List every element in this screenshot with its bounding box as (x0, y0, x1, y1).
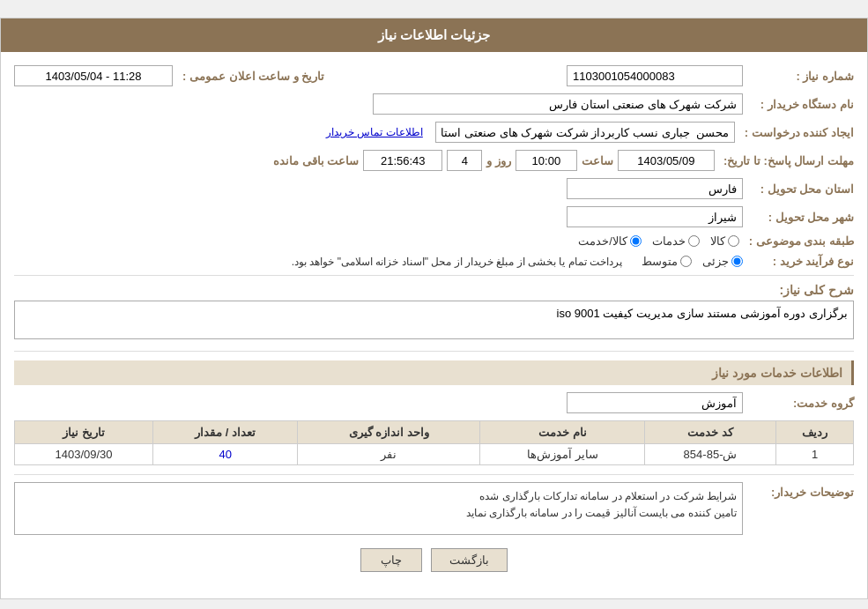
radio-motavaset-item[interactable]: متوسط (642, 255, 692, 268)
radio-khadamat-label: خدمات (652, 234, 686, 248)
khadamat-section-title: اطلاعات خدمات مورد نیاز (14, 360, 854, 385)
link-contact[interactable]: اطلاعات تماس خریدار (326, 126, 423, 138)
th-tarikh: تاریخ نیاز (15, 421, 153, 444)
sharh-container (14, 301, 854, 342)
radio-jozyi-item[interactable]: جزئی (702, 255, 743, 268)
btn-chap[interactable]: چاپ (360, 548, 422, 572)
table-cell: 1 (776, 444, 854, 465)
service-table: ردیف کد خدمت نام خدمت واحد اندازه گیری ت… (14, 420, 854, 465)
row-ostan: استان محل تحویل : (14, 178, 854, 199)
input-ostan[interactable] (567, 178, 743, 199)
row-shomareNiaz: شماره نیاز : تاریخ و ساعت اعلان عمومی : (14, 65, 854, 86)
label-mohlat: مهلت ارسال پاسخ: تا تاریخ: (719, 154, 854, 167)
tozihat-box: شرایط شرکت در استعلام در سامانه تدارکات … (14, 482, 743, 535)
page-header: جزئیات اطلاعات نیاز (1, 19, 867, 52)
label-shahr: شهر محل تحویل : (748, 211, 854, 224)
row-mohlat: مهلت ارسال پاسخ: تا تاریخ: ساعت روز و سا… (14, 150, 854, 171)
sharh-section-title: شرح کلی نیاز: (780, 283, 854, 297)
label-ostan: استان محل تحویل : (748, 182, 854, 196)
table-row: 1ش-85-854سایر آموزش‌هانفر401403/09/30 (15, 444, 854, 465)
row-group-khadamat: گروه خدمت: (14, 392, 854, 413)
th-tedad: تعداد / مقدار (153, 421, 298, 444)
buttons-row: بازگشت چاپ (14, 548, 854, 585)
row-namDastgah: نام دستگاه خریدار : (14, 93, 854, 115)
divider-1 (14, 275, 854, 276)
input-namDastgah[interactable] (373, 93, 743, 115)
radio-kala-khadamat[interactable] (630, 235, 642, 247)
radio-motavaset-label: متوسط (642, 255, 678, 268)
radio-khadamat-item[interactable]: خدمات (652, 234, 700, 248)
table-cell: 40 (153, 444, 298, 465)
label-namDastgah: نام دستگاه خریدار : (748, 98, 854, 111)
th-nam: نام خدمت (480, 421, 645, 444)
saat-label: ساعت (582, 154, 613, 167)
baqi-label: ساعت باقی مانده (273, 154, 359, 167)
input-mohlat-saat[interactable] (516, 150, 577, 171)
input-shomareNiaz[interactable] (567, 65, 743, 86)
input-mohlat-roz[interactable] (447, 150, 482, 171)
divider-2 (14, 351, 854, 352)
table-cell: ش-85-854 (645, 444, 776, 465)
radio-jozyi-label: جزئی (702, 255, 729, 268)
input-shahr[interactable] (567, 206, 743, 227)
row-tozihat: توضیحات خریدار: شرایط شرکت در استعلام در… (14, 482, 854, 535)
label-ijad: ایجاد کننده درخواست : (740, 126, 854, 139)
radio-khadamat[interactable] (688, 235, 700, 247)
radio-kala-khadamat-item[interactable]: کالا/خدمت (578, 234, 642, 248)
table-header: ردیف کد خدمت نام خدمت واحد اندازه گیری ت… (15, 421, 854, 444)
radio-kala-item[interactable]: کالا (710, 234, 739, 248)
row-shahr: شهر محل تحویل : (14, 206, 854, 227)
page-wrapper: جزئیات اطلاعات نیاز شماره نیاز : تاریخ و… (0, 18, 868, 599)
th-radif: ردیف (776, 421, 854, 444)
table-body: 1ش-85-854سایر آموزش‌هانفر401403/09/30 (15, 444, 854, 465)
label-group-khadamat: گروه خدمت: (748, 397, 854, 410)
row-ijad: ایجاد کننده درخواست : اطلاعات تماس خریدا… (14, 122, 854, 143)
input-group-khadamat[interactable] (567, 392, 743, 413)
textarea-sharh[interactable] (14, 301, 854, 339)
row-farayand: نوع فرآیند خرید : جزئی متوسط پرداخت تمام… (14, 255, 854, 268)
table-cell: 1403/09/30 (15, 444, 153, 465)
content-area: شماره نیاز : تاریخ و ساعت اعلان عمومی : … (1, 52, 867, 598)
input-mohlat-baqi[interactable] (363, 150, 442, 171)
input-ijad[interactable] (435, 122, 735, 143)
radio-motavaset[interactable] (680, 256, 692, 267)
row-tabaqe: طبقه بندی موضوعی : کالا خدمات کالا/خدمت (14, 234, 854, 248)
table-cell: نفر (298, 444, 480, 465)
row-sharh-title: شرح کلی نیاز: (14, 283, 854, 297)
label-farayand: نوع فرآیند خرید : (748, 255, 854, 268)
btn-bazgasht[interactable]: بازگشت (431, 548, 508, 572)
th-kod: کد خدمت (645, 421, 776, 444)
divider-3 (14, 474, 854, 475)
table-header-row: ردیف کد خدمت نام خدمت واحد اندازه گیری ت… (15, 421, 854, 444)
table-cell: سایر آموزش‌ها (480, 444, 645, 465)
page-title: جزئیات اطلاعات نیاز (378, 27, 490, 42)
label-tabaqe: طبقه بندی موضوعی : (745, 234, 854, 248)
radio-kala-khadamat-label: کالا/خدمت (578, 234, 627, 248)
tozihat-text: شرایط شرکت در استعلام در سامانه تدارکات … (466, 490, 737, 519)
radio-jozyi[interactable] (731, 256, 743, 267)
label-shomareNiaz: شماره نیاز : (748, 70, 854, 83)
radio-kala[interactable] (728, 235, 739, 247)
input-mohlat-date[interactable] (618, 150, 715, 171)
label-tarikh-ialam: تاریخ و ساعت اعلان عمومی : (178, 70, 324, 83)
farayand-description: پرداخت تمام یا بخشی از مبلغ خریدار از مح… (292, 256, 622, 268)
label-tozihat: توضیحات خریدار: (748, 482, 854, 499)
input-tarikh-ialam[interactable] (14, 65, 173, 86)
roz-label: روز و (486, 154, 511, 167)
radio-group-farayand: جزئی متوسط پرداخت تمام یا بخشی از مبلغ خ… (292, 255, 743, 268)
radio-group-tabaqe: کالا خدمات کالا/خدمت (578, 234, 739, 248)
th-vahed: واحد اندازه گیری (298, 421, 480, 444)
radio-kala-label: کالا (710, 234, 725, 248)
